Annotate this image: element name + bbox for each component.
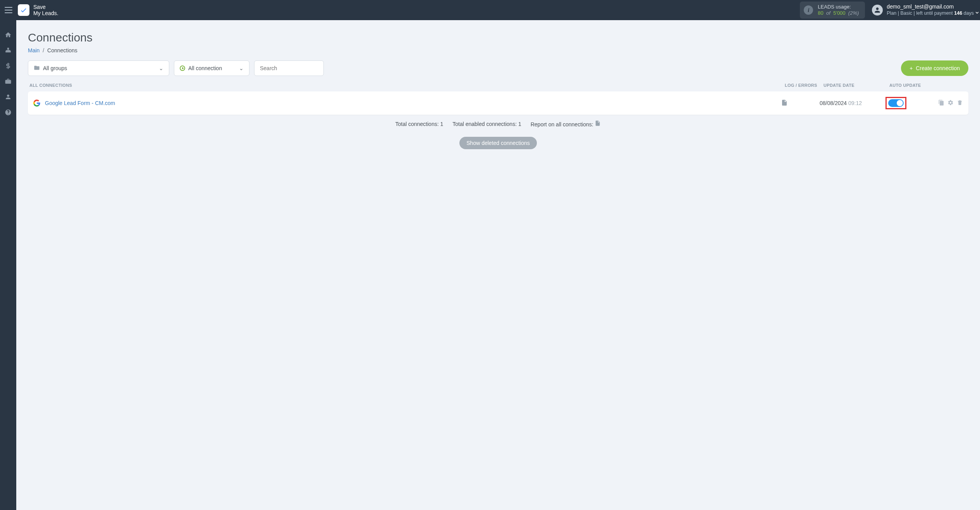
connection-status-select[interactable]: All connection ⌄ [174,60,249,76]
user-icon[interactable] [4,93,12,101]
briefcase-icon[interactable] [4,78,12,85]
header-log-errors: LOG / ERRORS [785,83,824,88]
main-content: Connections Main / Connections All group… [16,20,980,510]
avatar-icon [872,5,883,16]
top-bar: Save My Leads. i LEADS usage: 80 of 5'00… [0,0,980,20]
folder-icon [34,65,40,72]
trash-icon[interactable] [957,100,963,107]
help-icon[interactable] [4,109,12,116]
leads-usage-box[interactable]: i LEADS usage: 80 of 5'000 (2%) [800,2,865,19]
connection-row: Google Lead Form - CM.com 08/08/2024 09:… [28,91,968,115]
auto-update-toggle[interactable] [888,99,904,107]
header-all-connections: ALL CONNECTIONS [29,83,785,88]
google-icon [33,100,40,107]
info-icon: i [804,5,813,15]
user-text: demo_sml_test@gmail.com Plan | Basic | l… [887,3,974,16]
update-date: 08/08/2024 09:12 [820,100,885,106]
chevron-down-icon: ⌄ [159,65,163,71]
filters-row: All groups ⌄ All connection ⌄ + Create c… [28,60,968,76]
table-header: ALL CONNECTIONS LOG / ERRORS UPDATE DATE… [28,83,968,91]
report-all: Report on all connections: [531,120,601,128]
plus-icon: + [910,65,913,71]
chevron-down-icon: ⌄ [239,65,244,71]
highlighted-toggle [885,97,906,109]
header-update-date: UPDATE DATE [824,83,889,88]
breadcrumb-main[interactable]: Main [28,47,40,53]
logo-icon[interactable] [18,4,29,16]
logo-text: Save My Leads. [33,4,58,16]
report-icon[interactable] [595,121,601,128]
total-connections: Total connections: 1 [395,121,444,127]
chevron-down-icon[interactable]: ⌄ [974,7,980,16]
log-icon[interactable] [781,99,788,107]
home-icon[interactable] [4,31,12,39]
row-actions [932,100,963,107]
show-deleted-button[interactable]: Show deleted connections [459,137,536,149]
usage-text: LEADS usage: 80 of 5'000 (2%) [818,4,859,17]
auto-update-cell [885,97,932,109]
dollar-icon[interactable] [4,62,12,70]
sitemap-icon[interactable] [4,47,12,54]
gear-icon[interactable] [947,100,954,107]
header-auto-update: AUTO UPDATE [889,83,936,88]
play-icon [180,65,185,71]
connection-name-link[interactable]: Google Lead Form - CM.com [45,100,781,106]
breadcrumb: Main / Connections [28,47,968,53]
search-input[interactable] [254,60,324,76]
page-title: Connections [28,31,968,44]
groups-select[interactable]: All groups ⌄ [28,60,169,76]
copy-icon[interactable] [938,100,944,107]
summary-row: Total connections: 1 Total enabled conne… [28,120,968,128]
create-connection-button[interactable]: + Create connection [901,60,968,76]
enabled-connections: Total enabled connections: 1 [452,121,521,127]
menu-icon[interactable] [5,7,12,13]
user-menu[interactable]: demo_sml_test@gmail.com Plan | Basic | l… [872,3,974,16]
breadcrumb-current: Connections [47,47,77,53]
log-cell [781,99,820,107]
sidebar [0,20,16,510]
